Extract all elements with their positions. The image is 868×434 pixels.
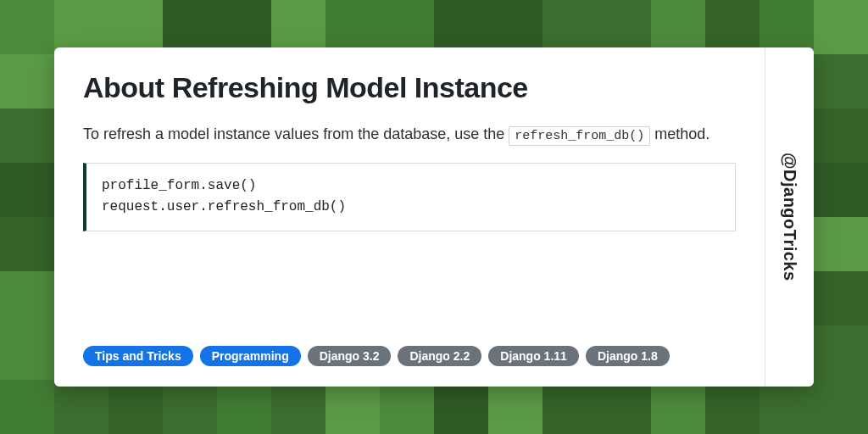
bg-tile (217, 0, 271, 54)
bg-tile (271, 380, 326, 434)
inline-code: refresh_from_db() (509, 126, 650, 146)
bg-tile (380, 0, 434, 54)
bg-tile (705, 380, 760, 434)
tag[interactable]: Django 2.2 (398, 346, 481, 366)
bg-tile (488, 380, 542, 434)
bg-tile (705, 0, 760, 54)
bg-tile (326, 380, 380, 434)
bg-tile (597, 0, 651, 54)
bg-tile (814, 0, 868, 54)
sidebar: @DjangoTricks (765, 47, 814, 387)
bg-tile (542, 380, 597, 434)
bg-tile (163, 0, 217, 54)
bg-tile (814, 108, 868, 163)
bg-tile (0, 217, 54, 271)
bg-tile (814, 380, 868, 434)
tag[interactable]: Programming (200, 346, 301, 366)
content-card: About Refreshing Model Instance To refre… (54, 47, 814, 387)
bg-tile (814, 326, 868, 380)
bg-tile (814, 163, 868, 217)
bg-tile (380, 380, 434, 434)
bg-tile (0, 380, 54, 434)
bg-tile (651, 0, 705, 54)
bg-tile (542, 0, 597, 54)
bg-tile (760, 0, 814, 54)
bg-tile (0, 163, 54, 217)
bg-tile (0, 108, 54, 163)
bg-tile (0, 0, 54, 54)
bg-tile (163, 380, 217, 434)
tag[interactable]: Django 1.11 (488, 346, 579, 366)
bg-tile (54, 0, 108, 54)
bg-tile (597, 380, 651, 434)
bg-tile (0, 271, 54, 326)
bg-tile (108, 0, 163, 54)
bg-tile (814, 271, 868, 326)
tag-row: Tips and TricksProgrammingDjango 3.2Djan… (83, 346, 736, 366)
tag[interactable]: Tips and Tricks (83, 346, 193, 366)
bg-tile (271, 0, 326, 54)
tag[interactable]: Django 1.8 (586, 346, 670, 366)
bg-tile (814, 54, 868, 108)
description-text-pre: To refresh a model instance values from … (83, 125, 509, 142)
description-text-post: method. (650, 125, 709, 142)
bg-tile (217, 380, 271, 434)
code-block: profile_form.save() request.user.refresh… (83, 163, 736, 231)
description: To refresh a model instance values from … (83, 121, 736, 147)
page-title: About Refreshing Model Instance (83, 71, 736, 104)
tag[interactable]: Django 3.2 (308, 346, 392, 366)
spacer (83, 231, 736, 346)
bg-tile (0, 54, 54, 108)
bg-tile (108, 380, 163, 434)
bg-tile (434, 0, 488, 54)
bg-tile (0, 326, 54, 380)
bg-tile (434, 380, 488, 434)
bg-tile (651, 380, 705, 434)
bg-tile (814, 217, 868, 271)
bg-tile (760, 380, 814, 434)
bg-tile (326, 0, 380, 54)
author-handle: @DjangoTricks (780, 153, 799, 281)
main-column: About Refreshing Model Instance To refre… (54, 47, 765, 387)
bg-tile (488, 0, 542, 54)
bg-tile (54, 380, 108, 434)
